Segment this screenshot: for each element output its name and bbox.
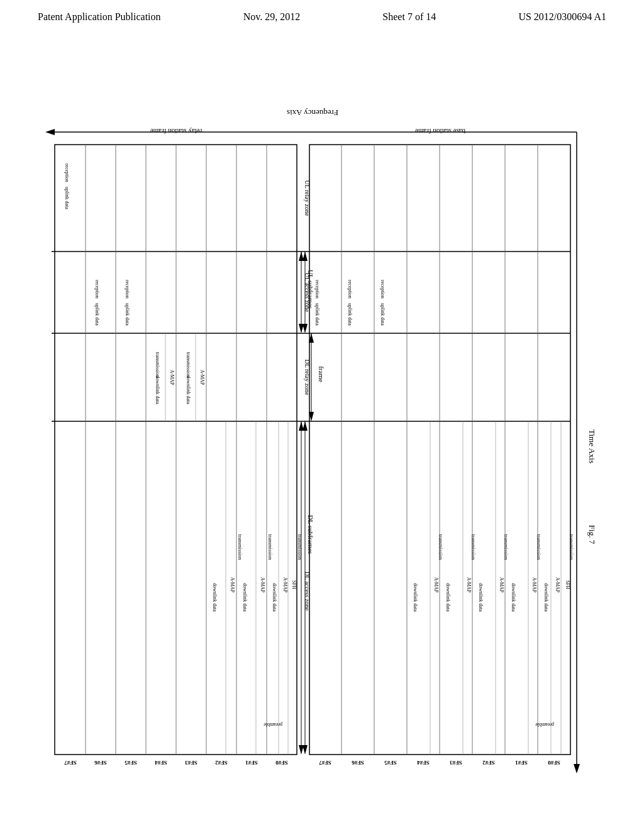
svg-text:A-MAP: A-MAP xyxy=(282,577,288,592)
svg-text:reception: reception xyxy=(125,280,130,299)
svg-marker-1 xyxy=(574,764,580,773)
svg-rect-72 xyxy=(55,145,297,755)
svg-text:preamble: preamble xyxy=(264,722,282,728)
svg-text:SF#4: SF#4 xyxy=(417,760,430,766)
svg-text:downlink data: downlink data xyxy=(511,583,516,612)
svg-text:transmission: transmission xyxy=(569,534,574,560)
svg-text:reception: reception xyxy=(64,163,70,182)
svg-text:A-MAP: A-MAP xyxy=(199,370,205,385)
svg-text:SF#4: SF#4 xyxy=(155,760,167,766)
svg-text:transmission: transmission xyxy=(155,352,160,377)
svg-text:SF#1: SF#1 xyxy=(245,760,258,766)
svg-text:downlink data: downlink data xyxy=(242,583,248,612)
patent-figure: Time Axis Frequency Axis Fig. 7 DL subfr… xyxy=(39,63,605,786)
svg-text:downlink data: downlink data xyxy=(445,583,451,612)
svg-text:A-MAP: A-MAP xyxy=(230,577,235,592)
svg-text:Time Axis: Time Axis xyxy=(587,429,597,463)
svg-text:uplink data: uplink data xyxy=(125,303,130,326)
svg-text:Frequency Axis: Frequency Axis xyxy=(287,108,338,118)
svg-text:uplink data: uplink data xyxy=(94,303,100,326)
svg-text:SF#7: SF#7 xyxy=(64,760,77,766)
svg-text:transmission: transmission xyxy=(186,352,191,377)
svg-text:reception: reception xyxy=(380,280,386,299)
svg-text:DL subframes: DL subframes xyxy=(307,515,314,554)
svg-text:A-MAP: A-MAP xyxy=(531,577,537,592)
svg-text:uplink data: uplink data xyxy=(314,303,320,326)
svg-text:SF#5: SF#5 xyxy=(125,760,137,766)
svg-text:SF#0: SF#0 xyxy=(275,760,288,766)
svg-text:preamble: preamble xyxy=(535,722,554,728)
svg-text:SF#1: SF#1 xyxy=(515,760,528,766)
svg-text:uplink data: uplink data xyxy=(380,303,386,326)
svg-text:DL relay zone: DL relay zone xyxy=(304,360,311,396)
svg-text:SFH: SFH xyxy=(291,580,297,589)
svg-marker-3 xyxy=(45,129,55,135)
svg-text:uplink data: uplink data xyxy=(64,187,70,209)
header-publication-label: Patent Application Publication xyxy=(38,11,161,23)
svg-text:A-MAP: A-MAP xyxy=(169,370,175,385)
page-header: Patent Application Publication Nov. 29, … xyxy=(0,0,644,23)
svg-marker-118 xyxy=(299,745,304,755)
svg-text:downlink data: downlink data xyxy=(272,583,277,612)
header-date-label: Nov. 29, 2012 xyxy=(243,11,301,23)
svg-text:downlink data: downlink data xyxy=(478,583,484,612)
svg-text:transmission: transmission xyxy=(536,534,541,560)
svg-text:transmission: transmission xyxy=(297,534,303,560)
svg-text:A-MAP: A-MAP xyxy=(555,577,560,592)
svg-text:A-MAP: A-MAP xyxy=(499,577,504,592)
svg-text:SFH: SFH xyxy=(565,580,570,589)
svg-text:reception: reception xyxy=(94,280,100,299)
svg-marker-121 xyxy=(299,324,304,333)
svg-text:A-MAP: A-MAP xyxy=(260,577,265,592)
svg-text:downlink data: downlink data xyxy=(212,583,218,612)
svg-text:transmission: transmission xyxy=(237,534,243,560)
svg-text:SF#2: SF#2 xyxy=(215,760,228,766)
svg-text:transmission: transmission xyxy=(503,534,509,560)
svg-text:transmission: transmission xyxy=(438,534,443,560)
svg-text:SF#0: SF#0 xyxy=(548,760,560,766)
svg-text:A-MAP: A-MAP xyxy=(433,577,439,592)
svg-text:SF#6: SF#6 xyxy=(94,760,107,766)
svg-text:SF#7: SF#7 xyxy=(319,760,331,766)
svg-text:SF#6: SF#6 xyxy=(352,760,364,766)
svg-text:SF#5: SF#5 xyxy=(384,760,397,766)
svg-text:reception: reception xyxy=(347,280,353,299)
svg-text:downlink data: downlink data xyxy=(543,583,549,612)
header-patent-label: US 2012/0300694 A1 xyxy=(518,11,606,23)
svg-text:relay station frame: relay station frame xyxy=(150,128,203,135)
svg-text:A-MAP: A-MAP xyxy=(466,577,472,592)
svg-text:reception: reception xyxy=(314,280,320,299)
svg-text:Fig. 7: Fig. 7 xyxy=(587,525,597,545)
svg-rect-7 xyxy=(309,145,570,755)
svg-text:downlink data: downlink data xyxy=(155,375,160,404)
svg-text:SF#2: SF#2 xyxy=(482,760,495,766)
svg-text:SF#3: SF#3 xyxy=(450,760,462,766)
svg-text:base station frame: base station frame xyxy=(415,128,465,135)
header-sheet-label: Sheet 7 of 14 xyxy=(382,11,436,23)
svg-text:SF#3: SF#3 xyxy=(185,760,197,766)
svg-text:frame: frame xyxy=(318,366,325,382)
svg-marker-120 xyxy=(299,421,304,431)
svg-text:UL relay zone: UL relay zone xyxy=(304,180,311,216)
svg-text:uplink data: uplink data xyxy=(347,303,353,326)
svg-text:transmission: transmission xyxy=(470,534,476,560)
svg-marker-123 xyxy=(299,252,304,261)
svg-text:downlink data: downlink data xyxy=(186,375,191,404)
svg-text:transmission: transmission xyxy=(267,534,273,560)
svg-text:downlink data: downlink data xyxy=(413,583,418,612)
